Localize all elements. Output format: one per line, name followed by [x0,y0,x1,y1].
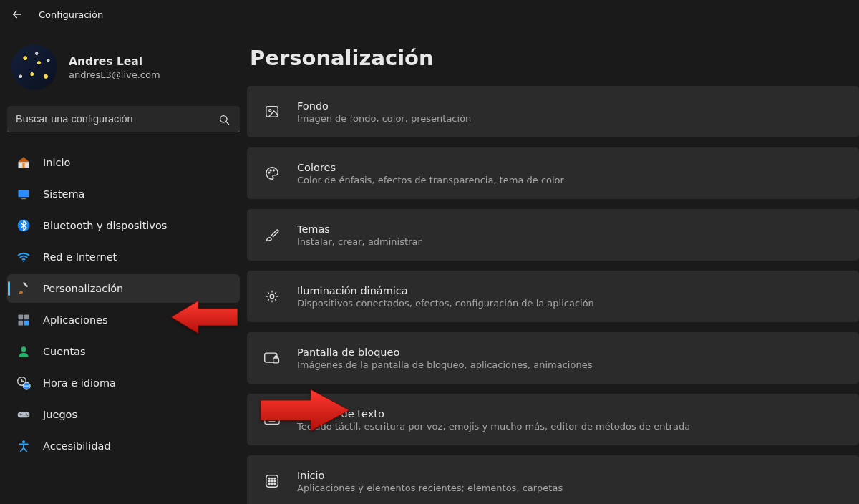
sidebar-item-label: Juegos [43,409,77,420]
card-background[interactable]: Fondo Imagen de fondo, color, presentaci… [247,86,859,137]
sidebar-item-label: Bluetooth y dispositivos [43,220,167,231]
svg-rect-20 [21,413,21,415]
svg-point-27 [270,294,274,299]
card-themes[interactable]: Temas Instalar, crear, administrar [247,209,859,261]
wifi-icon [16,249,31,265]
card-subtitle: Aplicaciones y elementos recientes; elem… [297,483,563,493]
sidebar-item-label: Personalización [43,283,123,294]
body: Andres Leal andresL3@live.com [0,29,859,504]
svg-point-23 [269,110,271,112]
card-title: Inicio [297,470,563,481]
sidebar-item-home[interactable]: Inicio [7,148,240,177]
brush-icon [16,281,31,296]
sidebar-item-bluetooth[interactable]: Bluetooth y dispositivos [7,211,240,240]
search-icon [218,114,230,125]
page-title: Personalización [247,46,859,86]
search-wrap [7,106,240,132]
card-text: Iluminación dinámica Dispositivos conect… [297,285,594,309]
system-icon [16,186,31,202]
svg-point-38 [271,478,273,480]
image-icon [263,102,281,121]
main-panel: Personalización Fondo Imagen de fondo, c… [247,29,859,504]
card-title: Iluminación dinámica [297,285,594,296]
sidebar-item-label: Inicio [43,157,70,168]
svg-rect-9 [19,315,24,320]
nav: Inicio Sistema [7,148,240,460]
card-colors[interactable]: Colores Color de énfasis, efectos de tra… [247,147,859,199]
card-list: Fondo Imagen de fondo, color, presentaci… [247,86,859,504]
app-title: Configuración [39,9,103,20]
svg-rect-10 [24,315,29,320]
svg-rect-22 [266,107,278,117]
time-lang-icon [16,375,31,391]
svg-point-41 [271,480,273,482]
card-title: Pantalla de bloqueo [297,346,592,358]
sidebar-item-accessibility[interactable]: Accesibilidad [7,432,240,460]
card-subtitle: Color de énfasis, efectos de transparenc… [297,175,564,185]
svg-point-18 [26,415,28,416]
svg-rect-11 [19,321,24,326]
svg-rect-8 [23,282,29,288]
sidebar-item-label: Cuentas [43,346,86,357]
card-subtitle: Teclado táctil, escritura por voz, emoji… [297,421,690,432]
card-text-input[interactable]: Entrada de texto Teclado táctil, escritu… [247,394,859,445]
card-title: Entrada de texto [297,408,690,420]
card-text: Temas Instalar, crear, administrar [297,223,422,247]
sidebar-item-time-lang[interactable]: Hora e idioma [7,369,240,397]
user-name: Andres Leal [69,55,160,68]
avatar [11,44,57,90]
card-text: Entrada de texto Teclado táctil, escritu… [297,408,690,432]
account-icon [16,344,31,359]
apps-icon [16,312,31,328]
spark-icon [263,287,281,306]
keyboard-icon [263,410,281,429]
card-subtitle: Imágenes de la pantalla de bloqueo, apli… [297,359,592,370]
svg-point-24 [268,172,270,173]
svg-point-45 [274,483,276,485]
sidebar-item-apps[interactable]: Aplicaciones [7,306,240,334]
svg-line-2 [226,122,229,125]
svg-rect-4 [19,190,29,197]
accessibility-icon [16,438,31,454]
sidebar-item-label: Aplicaciones [43,314,108,326]
card-title: Temas [297,223,422,235]
card-subtitle: Imagen de fondo, color, presentación [297,113,471,124]
card-dynamic-lighting[interactable]: Iluminación dinámica Dispositivos conect… [247,271,859,322]
sidebar-item-accounts[interactable]: Cuentas [7,337,240,366]
svg-point-17 [26,413,27,415]
svg-rect-5 [21,198,26,199]
svg-point-13 [21,346,26,352]
user-block[interactable]: Andres Leal andresL3@live.com [7,39,240,103]
card-start[interactable]: Inicio Aplicaciones y elementos reciente… [247,455,859,504]
svg-point-44 [271,483,273,485]
sidebar-item-label: Sistema [43,188,84,200]
palette-icon [263,164,281,183]
search-input[interactable] [7,106,240,132]
svg-point-37 [269,478,271,480]
card-text: Inicio Aplicaciones y elementos reciente… [297,470,563,493]
sidebar-item-personalization[interactable]: Personalización [7,274,240,303]
svg-rect-3 [22,163,24,168]
sidebar: Andres Leal andresL3@live.com [0,29,247,504]
sidebar-item-network[interactable]: Red e Internet [7,243,240,271]
card-lock-screen[interactable]: Pantalla de bloqueo Imágenes de la panta… [247,332,859,384]
card-subtitle: Dispositivos conectados, efectos, config… [297,298,594,309]
user-email: andresL3@live.com [69,69,160,80]
user-text: Andres Leal andresL3@live.com [69,55,160,80]
gamepad-icon [16,407,31,422]
home-icon [16,155,31,170]
sidebar-item-system[interactable]: Sistema [7,180,240,208]
sidebar-item-label: Hora e idioma [43,377,116,389]
svg-rect-12 [24,321,29,326]
sidebar-item-gaming[interactable]: Juegos [7,400,240,429]
settings-app: Configuración Andres Leal andresL3@live.… [0,0,859,504]
card-title: Colores [297,162,564,173]
bluetooth-icon [16,218,31,233]
svg-point-26 [273,170,274,171]
card-text: Fondo Imagen de fondo, color, presentaci… [297,100,471,124]
card-text: Pantalla de bloqueo Imágenes de la panta… [297,346,592,370]
svg-point-25 [270,170,271,171]
sidebar-item-label: Red e Internet [43,251,117,263]
svg-point-21 [22,440,25,443]
back-button[interactable] [9,6,26,23]
